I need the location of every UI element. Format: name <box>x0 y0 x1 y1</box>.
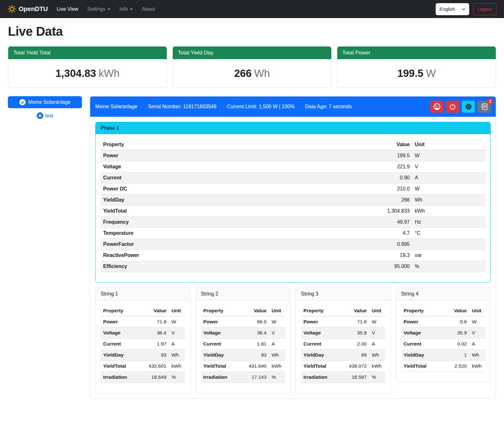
unit-cell: Wh <box>469 350 485 361</box>
strings-row: String 1 Property Value Unit <box>95 288 491 393</box>
table-row: Voltage36.4V <box>101 327 185 339</box>
logout-button[interactable]: Logout <box>473 3 496 15</box>
unit-cell: W <box>369 316 385 327</box>
string-card-title: String 2 <box>196 288 290 300</box>
inverter-select-button[interactable]: Meine Solaranlage <box>8 96 82 108</box>
nav-item-settings[interactable]: Settings <box>87 6 110 12</box>
unit-cell: V <box>169 327 185 339</box>
column-header-value: Value <box>146 305 169 316</box>
event-log-button[interactable]: 2 <box>478 101 491 113</box>
unit-cell: kWh <box>269 361 285 372</box>
x-circle-icon[interactable] <box>37 112 43 119</box>
property-cell: YieldTotal <box>201 361 246 372</box>
string-1-table: Property Value Unit Power71.8WVoltage36.… <box>101 305 185 383</box>
nav-links: Live View Settings Info About <box>57 6 155 12</box>
inverter-select-label: Meine Solaranlage <box>28 99 70 105</box>
brand-name: OpenDTU <box>19 5 48 13</box>
nav-item-info[interactable]: Info <box>119 6 133 12</box>
language-select-value: English <box>439 6 455 12</box>
inverter-panel: Meine Solaranlage Serial Number: 1161716… <box>90 96 496 399</box>
unit-cell: °C <box>412 228 485 239</box>
unit-cell: W <box>412 184 485 195</box>
unit-cell: W <box>469 316 485 327</box>
power-toggle-button[interactable] <box>446 101 459 113</box>
property-cell: Current <box>301 339 346 350</box>
column-header-unit: Unit <box>469 305 485 316</box>
table-row: YieldTotal438.072kWh <box>301 361 385 372</box>
value-cell: 2.520 <box>451 361 470 372</box>
value-cell: 35.9 <box>346 327 369 339</box>
value-cell: 66.0 <box>246 316 269 327</box>
table-row: Irradiation18.649% <box>101 372 185 383</box>
value-cell: 71.8 <box>146 316 169 327</box>
unit-cell: var <box>412 250 485 261</box>
test-inverter-link[interactable]: test <box>45 113 53 119</box>
property-cell: Current <box>201 339 246 350</box>
property-cell: Temperature <box>101 228 358 239</box>
table-row: YieldDay93Wh <box>101 350 185 361</box>
chevron-down-icon <box>107 9 110 10</box>
unit-cell: % <box>269 372 285 383</box>
column-header-unit: Unit <box>412 139 485 150</box>
device-info-button[interactable] <box>462 101 475 113</box>
card-value: 266 <box>234 67 252 79</box>
table-row: Power71.6W <box>301 316 385 327</box>
nav-item-live-view[interactable]: Live View <box>57 6 78 12</box>
property-cell: Power <box>101 150 358 161</box>
card-unit: kWh <box>99 67 120 79</box>
table-row: Voltage35.9V <box>401 327 486 339</box>
value-cell: 36.4 <box>246 327 269 339</box>
table-header-row: Property Value Unit <box>401 305 486 316</box>
property-cell: Power <box>301 316 346 327</box>
table-row: Current0.90A <box>101 172 485 184</box>
string-card-title: String 4 <box>396 288 491 300</box>
table-row: Power71.8W <box>101 316 185 327</box>
unit-cell: kWh <box>369 361 385 372</box>
property-cell: Current <box>101 172 358 184</box>
unit-cell: W <box>269 316 285 327</box>
value-cell: 432.601 <box>146 361 169 372</box>
property-cell: YieldDay <box>201 350 246 361</box>
property-cell: Power <box>401 316 451 327</box>
limit-settings-button[interactable] <box>430 101 443 113</box>
table-row: Voltage36.4V <box>201 327 285 339</box>
table-row: YieldTotal432.601kWh <box>101 361 185 372</box>
string-2-card: String 2 Property Value Unit <box>196 288 291 393</box>
total-power-card: Total Power 199.5W <box>337 46 496 88</box>
property-cell: YieldTotal <box>101 361 146 372</box>
table-row: PowerFactor0.995 <box>101 239 485 250</box>
sidebar-item-test: test <box>8 112 82 119</box>
language-select[interactable]: English <box>436 3 469 15</box>
sun-icon <box>8 5 16 13</box>
table-row: YieldTotal2.520kWh <box>401 361 486 372</box>
property-cell: Irradiation <box>301 372 346 383</box>
cpu-icon <box>465 103 472 110</box>
value-cell: 18.597 <box>346 372 369 383</box>
value-cell: 0.6 <box>451 316 470 327</box>
table-header-row: Property Value Unit <box>101 305 185 316</box>
column-header-value: Value <box>246 305 269 316</box>
card-value: 1,304.83 <box>55 67 96 79</box>
table-row: Irradiation17.143% <box>201 372 285 383</box>
table-row: Current2.00A <box>301 339 385 350</box>
value-cell: 83 <box>246 350 269 361</box>
property-cell: Irradiation <box>201 372 246 383</box>
string-1-card: String 1 Property Value Unit <box>95 288 190 393</box>
column-header-property: Property <box>401 305 451 316</box>
value-cell: 210.0 <box>358 184 412 195</box>
property-cell: Voltage <box>301 327 346 339</box>
total-yield-day-card: Total Yield Day 266Wh <box>172 46 332 88</box>
value-cell: 36.4 <box>146 327 169 339</box>
power-icon <box>449 103 456 110</box>
nav-item-about[interactable]: About <box>142 6 155 12</box>
unit-cell: % <box>169 372 185 383</box>
card-title: Total Yield Total <box>8 47 167 59</box>
property-cell: YieldDay <box>401 350 451 361</box>
value-cell: 0.02 <box>451 339 470 350</box>
unit-cell: V <box>269 327 285 339</box>
string-card-title: String 3 <box>296 288 390 300</box>
property-cell: YieldDay <box>301 350 346 361</box>
navbar-right: English Logout <box>436 3 496 15</box>
unit-cell: A <box>269 339 285 350</box>
unit-cell: Wh <box>169 350 185 361</box>
